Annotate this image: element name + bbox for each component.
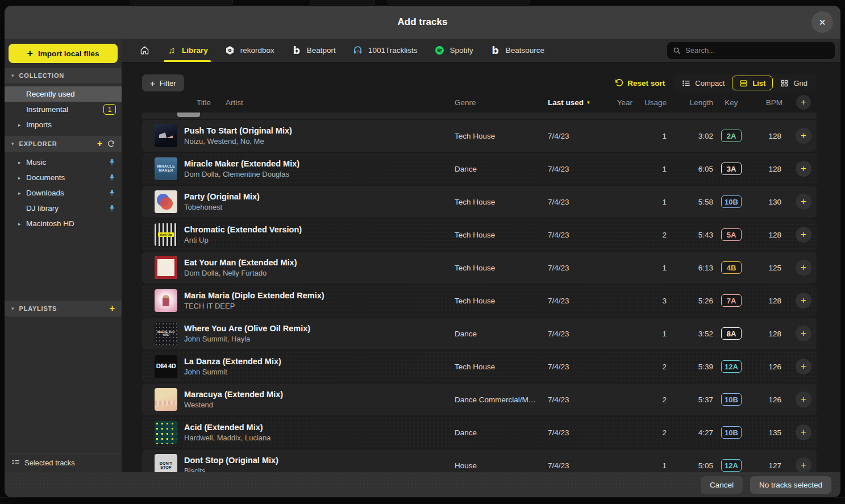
search-input[interactable]	[685, 46, 829, 55]
column-header-usage[interactable]: Usage	[637, 98, 667, 107]
track-genre: Tech House	[455, 363, 546, 371]
add-track-cell: +	[790, 293, 817, 309]
track-last-used: 7/4/23	[546, 363, 609, 371]
track-length: 5:37	[667, 395, 713, 404]
add-track-button[interactable]: +	[796, 457, 811, 472]
confirm-button[interactable]: No tracks selected	[750, 476, 831, 494]
track-bpm: 127	[750, 461, 790, 470]
sidebar-item-music[interactable]: ▸Music	[5, 155, 122, 170]
sidebar-item-imports[interactable]: ▸Imports	[5, 117, 122, 132]
selected-tracks-button[interactable]: Selected tracks	[5, 453, 122, 472]
key-badge: 12A	[721, 360, 742, 373]
track-length: 3:02	[667, 132, 713, 140]
close-button[interactable]: ×	[811, 11, 833, 33]
sidebar-item-macintosh-hd[interactable]: ▸Macintosh HD	[5, 216, 122, 231]
add-track-button[interactable]: +	[796, 161, 811, 177]
key-badge: 10B	[721, 426, 742, 439]
import-local-files-button[interactable]: + Import local files	[9, 44, 118, 63]
sidebar-item-dj-library[interactable]: DJ library	[5, 201, 122, 216]
tab-beatport[interactable]: bBeatport	[284, 39, 343, 62]
track-row[interactable]: Maracuya (Extended Mix)WestendDance Comm…	[142, 384, 817, 415]
add-track-button[interactable]: +	[796, 391, 811, 407]
track-title: Where You Are (Olive Oil Remix)	[184, 324, 455, 333]
last-used-label: Last used	[548, 98, 584, 107]
pin-icon[interactable]	[108, 159, 116, 166]
pin-icon[interactable]	[108, 189, 116, 197]
section-header-playlists[interactable]: ▾ PLAYLISTS +	[5, 301, 122, 316]
add-track-button[interactable]: +	[796, 424, 811, 440]
tab-beatsource[interactable]: bBeatsource	[483, 39, 552, 62]
track-row[interactable]: Maria Maria (Diplo Extended Remix)TECH I…	[142, 285, 817, 316]
table-header: Title Artist Genre Last used ▾ Year Usag…	[142, 92, 817, 113]
track-usage: 2	[637, 395, 667, 404]
tab-rekordbox[interactable]: rekordbox	[218, 39, 282, 62]
track-row[interactable]: Eat Your Man (Extended Mix)Dom Dolla, Ne…	[142, 252, 817, 284]
track-row[interactable]: Acid (Extended Mix)Hardwell, Maddix, Luc…	[142, 416, 817, 448]
album-art-cell: D64 4D	[155, 355, 177, 378]
modal-title: Add tracks	[398, 16, 448, 28]
reset-sort-button[interactable]: Reset sort	[615, 79, 665, 88]
tab-label: Beatport	[307, 46, 336, 55]
track-row[interactable]: D64 4DLa Danza (Extended Mix)John Summit…	[142, 351, 817, 382]
pin-icon[interactable]	[108, 174, 116, 182]
sidebar-item-recently-used[interactable]: Recently used	[5, 86, 122, 102]
column-header-artist[interactable]: Artist	[226, 98, 243, 107]
add-column-button[interactable]: +	[796, 95, 811, 110]
add-track-button[interactable]: +	[796, 260, 811, 276]
track-usage: 2	[637, 363, 667, 371]
track-usage: 2	[637, 231, 667, 239]
add-track-button[interactable]: +	[796, 293, 811, 309]
add-explorer-source-button[interactable]: +	[97, 139, 102, 149]
column-header-last-used[interactable]: Last used ▾	[546, 98, 609, 107]
partial-track-row[interactable]	[142, 113, 817, 119]
album-art-text: D64 4D	[155, 363, 177, 370]
add-track-button[interactable]: +	[796, 326, 811, 341]
sidebar-item-documents[interactable]: ▸Documents	[5, 170, 122, 185]
track-row[interactable]: Push To Start (Original Mix)Noizu, Weste…	[142, 120, 817, 152]
track-row[interactable]: DON'T STOPDont Stop (Original Mix)Biscit…	[142, 449, 817, 472]
add-track-cell: +	[790, 227, 817, 243]
sidebar-item-instrumental[interactable]: Instrumental1	[5, 102, 122, 117]
add-track-button[interactable]: +	[796, 128, 811, 144]
column-header-title[interactable]: Title	[197, 98, 211, 107]
tab-library[interactable]: ♫Library	[159, 39, 215, 62]
track-list: Push To Start (Original Mix)Noizu, Weste…	[142, 113, 817, 472]
view-compact-button[interactable]: Compact	[675, 76, 732, 90]
view-grid-button[interactable]: Grid	[773, 76, 815, 90]
pin-icon[interactable]	[108, 205, 116, 213]
sidebar-item-downloads[interactable]: ▸Downloads	[5, 185, 122, 201]
tab-spotify[interactable]: Spotify	[427, 39, 480, 62]
background-ghost-button	[310, 0, 375, 5]
add-playlist-button[interactable]: +	[110, 303, 115, 314]
add-track-button[interactable]: +	[796, 194, 811, 210]
track-usage: 1	[637, 132, 667, 140]
key-badge: 2A	[721, 130, 742, 142]
track-row[interactable]: WHERE YOU AREWhere You Are (Olive Oil Re…	[142, 318, 817, 349]
view-list-button[interactable]: List	[732, 76, 773, 90]
column-header-bpm[interactable]: BPM	[750, 98, 790, 107]
track-last-used: 7/4/23	[546, 297, 609, 305]
album-art-cell: MIRACLE MAKER	[155, 157, 177, 180]
cancel-button[interactable]: Cancel	[701, 476, 743, 494]
tab-1001tracklists[interactable]: ?1001Tracklists	[346, 39, 425, 62]
track-row[interactable]: Party (Original Mix)TobehonestTech House…	[142, 186, 817, 218]
refresh-icon[interactable]	[107, 140, 115, 148]
column-header-key[interactable]: Key	[713, 98, 750, 107]
sidebar-item-label: Recently used	[26, 90, 116, 98]
key-badge: 7A	[721, 294, 742, 307]
tab-home[interactable]	[132, 39, 157, 62]
add-track-button[interactable]: +	[796, 227, 811, 243]
section-header-collection[interactable]: ▾ COLLECTION	[5, 68, 122, 84]
column-header-year[interactable]: Year	[609, 98, 637, 107]
section-header-explorer[interactable]: ▾ EXPLORER +	[5, 136, 122, 152]
add-track-button[interactable]: +	[796, 359, 811, 374]
column-header-genre[interactable]: Genre	[455, 98, 546, 107]
track-row[interactable]: Anti UpChromatic (Extended Version)Anti …	[142, 219, 817, 251]
view-label: List	[752, 79, 765, 88]
track-key-cell: 10B	[713, 393, 750, 406]
column-header-length[interactable]: Length	[667, 98, 713, 107]
filter-button[interactable]: + Filter	[142, 74, 184, 91]
album-art-text: Anti Up	[158, 232, 173, 237]
track-row[interactable]: MIRACLE MAKERMiracle Maker (Extended Mix…	[142, 153, 817, 185]
track-last-used: 7/4/23	[546, 132, 609, 140]
